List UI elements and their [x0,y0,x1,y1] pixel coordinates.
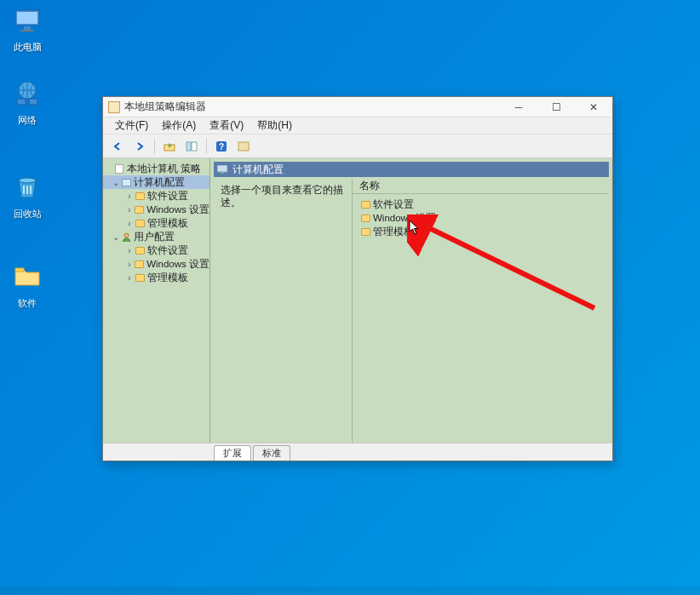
tree-user-admin-templates[interactable]: › 管理模板 [103,271,209,284]
close-button[interactable]: ✕ [575,97,612,117]
menu-action[interactable]: 操作(A) [155,117,203,134]
folder-icon [134,204,146,215]
tree-user-config[interactable]: ⌄ 用户配置 [103,230,209,243]
svg-rect-8 [15,268,24,272]
filter-button[interactable] [234,137,253,156]
computer-icon [10,3,44,37]
user-icon [120,232,132,242]
menubar: 文件(F) 操作(A) 查看(V) 帮助(H) [103,117,612,134]
tab-standard[interactable]: 标准 [253,445,290,461]
toolbar: ? [103,134,612,158]
maximize-button[interactable]: ☐ [537,97,575,117]
forward-button[interactable] [130,137,149,156]
tree-label: 计算机配置 [134,176,185,189]
expand-icon[interactable]: › [125,205,134,215]
content-area: 本地计算机 策略 ⌄ 计算机配置 › 软件设置 › Windows 设置 › 管… [103,158,612,443]
computer-icon [120,177,132,187]
tabs-strip: 扩展 标准 [103,443,612,461]
gpedit-window: 本地组策略编辑器 ─ ☐ ✕ 文件(F) 操作(A) 查看(V) 帮助(H) ? [102,96,613,461]
tab-extended[interactable]: 扩展 [214,445,251,461]
column-header-name[interactable]: 名称 [353,179,609,194]
tree-label: 本地计算机 策略 [127,163,201,175]
desktop-icon-label: 此电脑 [3,41,51,54]
folder-icon [134,272,146,283]
folder-icon [359,226,371,237]
menu-view[interactable]: 查看(V) [203,117,250,134]
list-item-admin-templates[interactable]: 管理模板 [353,225,609,238]
svg-text:?: ? [219,142,224,152]
list-item-label: 管理模板 [373,226,414,238]
folder-icon [10,260,44,294]
desktop-network[interactable]: 网络 [3,77,51,127]
help-button[interactable]: ? [212,137,231,156]
tree-label: 软件设置 [147,244,188,257]
folder-icon [134,191,146,201]
collapse-icon[interactable]: ⌄ [112,178,120,187]
svg-rect-1 [17,12,37,24]
up-button[interactable] [160,137,179,156]
back-button[interactable] [108,137,127,156]
details-panel: 计算机配置 选择一个项目来查看它的描述。 名称 软件设置 Windows 设置 [210,158,612,443]
tree-label: Windows 设置 [146,203,209,216]
show-hide-tree-button[interactable] [182,137,201,156]
expand-icon[interactable]: › [125,260,134,269]
tree-label: 用户配置 [134,231,175,243]
tree-label: 管理模板 [147,272,188,284]
app-icon [108,101,120,113]
tree-admin-templates[interactable]: › 管理模板 [103,216,209,230]
desktop-software-folder[interactable]: 软件 [3,260,51,310]
tree-software-settings[interactable]: › 软件设置 [103,189,209,203]
folder-icon [134,245,146,255]
svg-rect-3 [20,30,34,31]
tree-panel: 本地计算机 策略 ⌄ 计算机配置 › 软件设置 › Windows 设置 › 管… [103,158,210,443]
list-item-label: Windows 设置 [373,212,436,225]
taskbar[interactable] [0,586,700,595]
globe-icon [10,77,44,111]
menu-help[interactable]: 帮助(H) [250,117,299,134]
minimize-button[interactable]: ─ [500,97,537,117]
tree-label: 软件设置 [147,190,188,203]
tree-computer-config[interactable]: ⌄ 计算机配置 [103,175,209,189]
toolbar-separator [154,139,155,154]
svg-rect-2 [24,26,31,30]
expand-icon[interactable]: › [125,246,134,255]
folder-icon [359,213,371,223]
window-title: 本地组策略编辑器 [124,100,206,114]
svg-rect-6 [29,99,37,105]
desktop-this-pc[interactable]: 此电脑 [3,3,51,54]
items-list: 名称 软件设置 Windows 设置 管理模板 [352,179,609,443]
desktop-icon-label: 网络 [3,114,51,127]
folder-icon [359,199,371,209]
tree-label: 管理模板 [147,217,188,230]
titlebar[interactable]: 本地组策略编辑器 ─ ☐ ✕ [103,97,612,117]
svg-point-7 [19,178,36,183]
recycle-bin-icon [10,170,44,204]
tree-user-software-settings[interactable]: › 软件设置 [103,243,209,257]
svg-rect-10 [186,142,191,151]
collapse-icon[interactable]: ⌄ [112,232,120,242]
svg-rect-14 [238,142,249,151]
tree-label: Windows 设置 [146,258,209,271]
folder-icon [134,259,146,269]
description-text: 选择一个项目来查看它的描述。 [214,179,352,443]
document-icon [113,163,125,174]
svg-rect-16 [217,165,227,172]
expand-icon[interactable]: › [125,219,134,228]
svg-rect-5 [17,99,26,105]
tree-user-windows-settings[interactable]: › Windows 设置 [103,257,209,271]
desktop-recycle[interactable]: 回收站 [3,170,51,220]
expand-icon[interactable]: › [125,273,134,283]
desktop-icon-label: 回收站 [3,208,51,220]
expand-icon[interactable]: › [125,192,134,201]
list-item-windows-settings[interactable]: Windows 设置 [353,211,609,225]
details-header: 计算机配置 [214,162,609,177]
details-header-text: 计算机配置 [232,163,284,177]
tree-root[interactable]: 本地计算机 策略 [103,162,209,175]
list-item-software-settings[interactable]: 软件设置 [353,197,609,211]
svg-rect-11 [192,142,197,151]
desktop-icon-label: 软件 [3,297,51,310]
tree-windows-settings[interactable]: › Windows 设置 [103,203,209,216]
list-item-label: 软件设置 [373,198,414,211]
computer-icon [217,164,229,174]
menu-file[interactable]: 文件(F) [108,117,155,134]
